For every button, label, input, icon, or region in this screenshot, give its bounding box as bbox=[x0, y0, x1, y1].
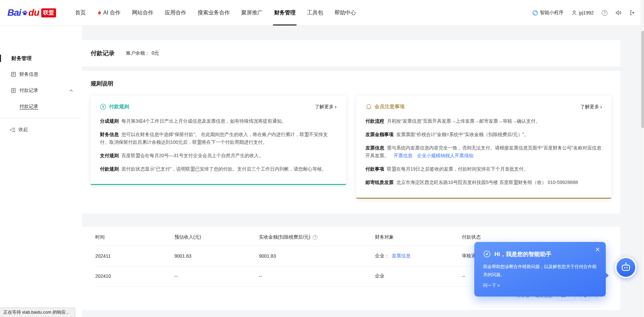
col-actual-label: 实收金额(扣除税费后/元) bbox=[259, 234, 310, 240]
page-header-panel: 付款记录 账户余额： 0元 bbox=[82, 40, 620, 66]
top-navigation: Bai du 联盟 首页 AI 合作 网站合作 应用合作 搜索业务合作 聚屏推广… bbox=[0, 0, 644, 26]
card-header: 会员注意事项 了解更多 › bbox=[366, 104, 602, 110]
browser-status-bar: 正在等待 xlab.baidu.com 的响应... bbox=[0, 308, 75, 317]
bell-icon bbox=[366, 104, 372, 110]
rule-item: 付款规则若付款状态显示“已支付”，说明联盟已安排了您的付款。支付后三个工作日内到… bbox=[100, 165, 337, 173]
assistant-popup: Hi，我是您的智能助手 我会帮助您诊断合作链路问题，以及解答您关于任何合作相关的… bbox=[474, 242, 606, 297]
rule-text: 您可以在财务信息中选择“保留付款”。 在此期间您产生的收入，将在账户内进行累计，… bbox=[100, 132, 328, 145]
nav-item-finance-management[interactable]: 财务管理 bbox=[268, 0, 301, 25]
account-balance: 账户余额： 0元 bbox=[126, 50, 159, 56]
cell-target: 企业： 发票信息 bbox=[375, 253, 462, 259]
rule-text: 月初按“发票信息”页面开具发票→上传发票→邮寄发票→审核→确认支付。 bbox=[387, 118, 540, 124]
nav-item-home[interactable]: 首页 bbox=[69, 0, 92, 25]
rule-item: 发票信息需与系统内发票信息内容完全一致，否则无法支付。请根据发票信息页面中“百度… bbox=[366, 144, 602, 160]
help-icon[interactable]: ? bbox=[602, 10, 607, 16]
nav-label: 工具包 bbox=[307, 9, 323, 16]
assistant-header: Hi，我是您的智能助手 bbox=[483, 250, 597, 258]
cell-time: 202410 bbox=[95, 273, 174, 279]
nav-label: AI 合作 bbox=[103, 9, 121, 16]
rules-panel: 规则说明 付款规则 了解更多 › 分成规则每月第3或4个工作日产出上月分成信息及… bbox=[82, 71, 620, 213]
invoice-info-row-link[interactable]: 发票信息 bbox=[392, 253, 411, 259]
rule-label: 付款事项 bbox=[366, 166, 384, 172]
learn-more-label: 了解更多 bbox=[580, 104, 599, 110]
learn-more-link[interactable]: 了解更多 › bbox=[315, 104, 337, 110]
miniapp-label: 智能小程序 bbox=[540, 10, 564, 16]
compass-icon bbox=[483, 250, 491, 258]
rule-item: 邮寄纸质发票北京市海淀区西北旺东路10号院百度科技园5号楼 百度联盟财务组（收）… bbox=[366, 179, 602, 186]
baidu-paw-icon bbox=[21, 9, 28, 16]
rule-item: 财务信息您可以在财务信息中选择“保留付款”。 在此期间您产生的收入，将在账户内进… bbox=[100, 131, 337, 146]
cell-actual: -- bbox=[259, 273, 375, 279]
collapse-label: 收起 bbox=[18, 127, 28, 133]
sidebar-item-finance-info[interactable]: 财务信息 bbox=[0, 66, 82, 82]
sidebar-subitem-payment-records[interactable]: 付款记录 bbox=[0, 99, 82, 115]
baidu-union-logo[interactable]: Bai du 联盟 bbox=[7, 7, 56, 18]
document-icon bbox=[11, 72, 16, 77]
username: jyj1992 bbox=[579, 10, 594, 15]
col-payment-status: 付款状态 bbox=[462, 234, 607, 240]
sidebar: 财务管理 财务信息 付款记录 付款记录 收起 bbox=[0, 26, 82, 317]
cell-target: 企业 bbox=[375, 273, 462, 279]
robot-icon bbox=[620, 262, 632, 273]
nav-item-juping-promotion[interactable]: 聚屏推广 bbox=[235, 0, 268, 25]
logout-icon[interactable] bbox=[630, 10, 635, 15]
rule-item: 付款流程月初按“发票信息”页面开具发票→上传发票→邮寄发票→审核→确认支付。 bbox=[366, 117, 602, 125]
rule-item: 发票金额事项发票票面“价税合计”金额=系统中“实收金额（扣除税费后/元）”。 bbox=[366, 131, 602, 138]
popup-tail bbox=[605, 272, 609, 278]
payment-rules-card: 付款规则 了解更多 › 分成规则每月第3或4个工作日产出上月分成信息及发票信息，… bbox=[91, 96, 346, 185]
sidebar-divider bbox=[0, 118, 82, 118]
close-icon[interactable] bbox=[595, 247, 600, 252]
learn-more-link[interactable]: 了解更多 › bbox=[580, 104, 602, 110]
cell-actual: 9001.83 bbox=[259, 253, 375, 259]
small-taxpayer-invoice-link[interactable]: 企业小规模纳税人开票须知 bbox=[417, 153, 473, 158]
nav-item-ai-cooperation[interactable]: AI 合作 bbox=[92, 0, 126, 25]
scrollbar[interactable] bbox=[641, 0, 644, 317]
rule-label: 发票金额事项 bbox=[366, 132, 394, 137]
scrollbar-thumb[interactable] bbox=[641, 31, 644, 128]
learn-more-label: 了解更多 bbox=[315, 104, 334, 110]
rule-item: 分成规则每月第3或4个工作日产出上月分成信息及发票信息，如有特殊情况将提前通知。 bbox=[100, 117, 337, 125]
nav-label: 聚屏推广 bbox=[241, 9, 263, 16]
logo-text-bai: Bai bbox=[7, 7, 21, 18]
user-account[interactable]: jyj1992 bbox=[572, 10, 594, 15]
col-actual-amount: 实收金额(扣除税费后/元) ? bbox=[259, 234, 375, 240]
nav-item-search-business[interactable]: 搜索业务合作 bbox=[192, 0, 235, 25]
ask-button[interactable]: 问一下 > bbox=[483, 282, 500, 289]
sidebar-item-label: 财务信息 bbox=[19, 71, 38, 77]
nav-label: 搜索业务合作 bbox=[198, 9, 230, 16]
user-icon bbox=[572, 10, 577, 15]
card-title: 会员注意事项 bbox=[375, 104, 405, 110]
nav-label: 网站合作 bbox=[132, 9, 153, 16]
rule-label: 邮寄纸质发票 bbox=[366, 180, 394, 185]
assistant-message: 我会帮助您诊断合作链路问题，以及解答您关于任何合作相关的问题。 bbox=[483, 263, 598, 278]
page-title: 付款记录 bbox=[91, 49, 115, 57]
rule-label: 付款流程 bbox=[366, 118, 384, 124]
invoice-info-link[interactable]: 开票信息 bbox=[393, 153, 412, 158]
rule-text: 北京市海淀区西北旺东路10号院百度科技园5号楼 百度联盟财务组（收） 010-5… bbox=[396, 180, 578, 185]
chevron-right-icon: › bbox=[600, 104, 602, 110]
member-notes-card: 会员注意事项 了解更多 › 付款流程月初按“发票信息”页面开具发票→上传发票→邮… bbox=[356, 96, 612, 199]
nav-item-app-cooperation[interactable]: 应用合作 bbox=[159, 0, 192, 25]
assistant-title: Hi，我是您的智能助手 bbox=[494, 250, 551, 258]
speaker-icon[interactable] bbox=[615, 10, 622, 15]
chevron-up-icon bbox=[69, 89, 73, 92]
union-badge: 联盟 bbox=[41, 8, 56, 17]
rule-cards: 付款规则 了解更多 › 分成规则每月第3或4个工作日产出上月分成信息及发票信息，… bbox=[91, 96, 611, 199]
cell-time: 202411 bbox=[95, 253, 174, 259]
nav-item-help-center[interactable]: 帮助中心 bbox=[329, 0, 362, 25]
info-icon[interactable]: ? bbox=[313, 235, 318, 240]
fire-icon bbox=[97, 10, 102, 15]
collapse-sidebar-button[interactable]: 收起 bbox=[0, 122, 82, 138]
sidebar-item-payment-records[interactable]: 付款记录 bbox=[0, 82, 82, 99]
nav-label: 应用合作 bbox=[165, 9, 186, 16]
sidebar-item-finance-management[interactable]: 财务管理 bbox=[0, 50, 82, 66]
col-time: 时间 bbox=[95, 234, 174, 240]
main-nav: 首页 AI 合作 网站合作 应用合作 搜索业务合作 聚屏推广 财务管理 工具包 … bbox=[69, 0, 362, 25]
nav-item-website-cooperation[interactable]: 网站合作 bbox=[126, 0, 159, 25]
card-header: 付款规则 了解更多 › bbox=[100, 104, 337, 110]
smart-miniapp-entry[interactable]: 智能小程序 bbox=[532, 10, 564, 16]
nav-item-toolkit[interactable]: 工具包 bbox=[301, 0, 329, 25]
assistant-robot-button[interactable] bbox=[615, 257, 637, 278]
rule-label: 发票信息 bbox=[366, 145, 384, 150]
sidebar-section-label: 财务管理 bbox=[11, 55, 32, 62]
